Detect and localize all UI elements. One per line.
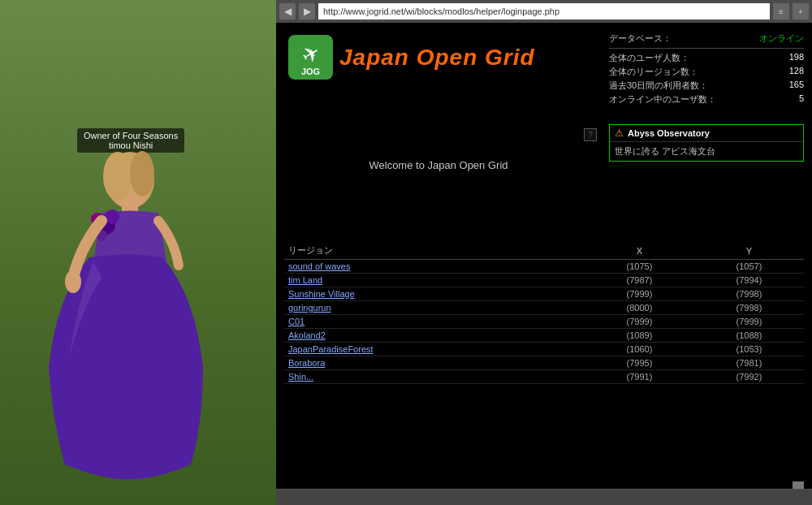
site-title: Japan Open Grid — [339, 45, 535, 71]
region-x: (1089) — [585, 329, 694, 343]
region-y: (7998) — [694, 287, 804, 301]
region-name[interactable]: C01 — [284, 315, 585, 329]
region-name[interactable]: tim Land — [284, 274, 585, 287]
image-placeholder: ? — [584, 128, 597, 141]
region-name[interactable]: JapanParadiseForest — [284, 343, 585, 356]
region-x: (1075) — [585, 260, 694, 274]
stats-online: オンライン — [759, 32, 804, 45]
region-name[interactable]: Sunshine Village — [284, 287, 585, 301]
stat-value: 198 — [789, 52, 804, 64]
table-header-row: リージョン X Y — [284, 242, 804, 260]
region-y: (1088) — [694, 329, 804, 343]
svg-point-3 — [130, 151, 154, 196]
region-x: (7987) — [585, 274, 694, 287]
menu-button[interactable]: ≡ — [773, 3, 789, 19]
browser-toolbar: ◀ ▶ ≡ + — [276, 0, 812, 23]
table-row: tim Land (7987) (7994) — [284, 274, 804, 287]
stat-value: 128 — [789, 66, 804, 78]
login-page: ✈ JOG Japan Open Grid データベース： オンライン 全体のユ… — [276, 23, 812, 489]
region-name[interactable]: guringurun — [284, 301, 585, 315]
stat-row: オンライン中のユーザ数：5 — [609, 93, 804, 106]
welcome-section: Welcome to Japan Open Grid — [276, 84, 601, 246]
region-x: (8000) — [585, 301, 694, 315]
region-x: (7991) — [585, 370, 694, 384]
region-section: リージョン X Y sound of waves (1075) (1057) t… — [276, 242, 812, 489]
welcome-text: Welcome to Japan Open Grid — [369, 159, 508, 171]
table-row: C01 (7999) (7999) — [284, 315, 804, 329]
region-y: (7994) — [694, 274, 804, 287]
region-x: (7999) — [585, 287, 694, 301]
status-bar — [276, 489, 812, 505]
stat-name: 全体のユーザ人数： — [609, 52, 689, 64]
forward-button[interactable]: ▶ — [299, 3, 315, 19]
region-y: (7998) — [694, 301, 804, 315]
back-button[interactable]: ◀ — [279, 3, 296, 19]
region-table-body: sound of waves (1075) (1057) tim Land (7… — [284, 260, 804, 384]
region-y: (7999) — [694, 315, 804, 329]
stat-value: 165 — [789, 80, 804, 92]
region-name[interactable]: Shin... — [284, 370, 585, 384]
stat-row: 全体のリージョン数：128 — [609, 65, 804, 79]
logo-plane-icon: ✈ — [296, 40, 325, 71]
table-row: Borabora (7995) (7981) — [284, 356, 804, 370]
region-x: (7999) — [585, 315, 694, 329]
region-name[interactable]: Akoland2 — [284, 329, 585, 343]
region-name[interactable]: sound of waves — [284, 260, 585, 274]
stat-name: 過去30日間の利用者数： — [609, 80, 708, 92]
region-table: リージョン X Y sound of waves (1075) (1057) t… — [284, 242, 804, 384]
stat-row: 全体のユーザ人数：198 — [609, 51, 804, 65]
table-row: sound of waves (1075) (1057) — [284, 260, 804, 274]
region-y: (1053) — [694, 343, 804, 356]
logo-text: JOG — [301, 67, 320, 76]
table-row: Akoland2 (1089) (1088) — [284, 329, 804, 343]
svg-point-9 — [65, 270, 81, 293]
stat-name: オンライン中のユーザ数： — [609, 93, 716, 106]
region-table-wrapper: リージョン X Y sound of waves (1075) (1057) t… — [276, 242, 812, 489]
notice-title: Abyss Observatory — [628, 128, 710, 138]
browser-window: ◀ ▶ ≡ + ✈ JOG Japan Open Grid データベース： オン… — [276, 0, 812, 505]
browser-content: ✈ JOG Japan Open Grid データベース： オンライン 全体のユ… — [276, 23, 812, 489]
newtab-button[interactable]: + — [793, 3, 809, 19]
col-y: Y — [694, 242, 804, 260]
table-row: Shin... (7991) (7992) — [284, 370, 804, 384]
character-figure — [41, 115, 219, 481]
notice-body: 世界に誇る アビス海文台 — [610, 142, 803, 161]
region-y: (1057) — [694, 260, 804, 274]
table-row: guringurun (8000) (7998) — [284, 301, 804, 315]
stats-panel: データベース： オンライン 全体のユーザ人数：198全体のリージョン数：128過… — [609, 31, 804, 106]
region-x: (7995) — [585, 356, 694, 370]
region-name[interactable]: Borabora — [284, 356, 585, 370]
notice-header: ⚠ Abyss Observatory — [610, 125, 803, 142]
svg-point-2 — [103, 152, 132, 201]
stats-label: データベース： — [609, 32, 672, 45]
table-row: Sunshine Village (7999) (7998) — [284, 287, 804, 301]
stats-header: データベース： オンライン — [609, 31, 804, 49]
scrollbar-thumb[interactable] — [793, 481, 804, 489]
address-bar[interactable] — [318, 3, 770, 19]
warning-icon: ⚠ — [615, 127, 624, 139]
col-region: リージョン — [284, 242, 585, 260]
stats-rows: 全体のユーザ人数：198全体のリージョン数：128過去30日間の利用者数：165… — [609, 51, 804, 106]
col-x: X — [585, 242, 694, 260]
stat-value: 5 — [799, 93, 804, 106]
notice-box: ⚠ Abyss Observatory 世界に誇る アビス海文台 — [609, 124, 804, 162]
region-y: (7981) — [694, 356, 804, 370]
stat-name: 全体のリージョン数： — [609, 66, 698, 78]
stat-row: 過去30日間の利用者数：165 — [609, 79, 804, 93]
region-y: (7992) — [694, 370, 804, 384]
logo-box: ✈ JOG — [288, 35, 333, 80]
region-x: (1060) — [585, 343, 694, 356]
table-row: JapanParadiseForest (1060) (1053) — [284, 343, 804, 356]
